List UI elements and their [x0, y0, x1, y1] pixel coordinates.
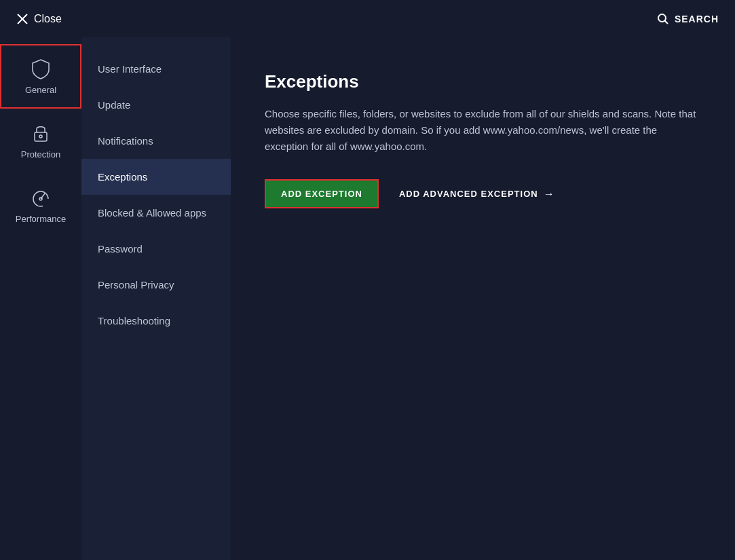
lock-icon — [30, 122, 52, 144]
secondary-nav: User Interface Update Notifications Exce… — [81, 37, 231, 560]
close-button[interactable]: Close — [16, 13, 62, 25]
close-icon — [16, 13, 29, 25]
search-button[interactable]: SEARCH — [657, 13, 719, 25]
arrow-icon: → — [544, 188, 555, 200]
sidebar-protection-label: Protection — [21, 149, 61, 160]
speedometer-icon — [30, 187, 52, 208]
nav-password[interactable]: Password — [81, 231, 231, 267]
svg-point-2 — [658, 14, 666, 22]
actions-row: ADD EXCEPTION ADD ADVANCED EXCEPTION → — [265, 179, 701, 208]
nav-personal-privacy[interactable]: Personal Privacy — [81, 267, 231, 303]
search-icon — [657, 13, 669, 25]
nav-user-interface[interactable]: User Interface — [81, 51, 231, 87]
svg-line-3 — [664, 20, 668, 24]
close-label: Close — [34, 13, 62, 25]
nav-update[interactable]: Update — [81, 87, 231, 123]
content-description: Choose specific files, folders, or websi… — [265, 106, 701, 155]
sidebar-item-general[interactable]: General — [0, 44, 81, 109]
svg-point-5 — [39, 135, 42, 138]
sidebar-item-protection[interactable]: Protection — [0, 109, 81, 173]
add-exception-button[interactable]: ADD EXCEPTION — [265, 179, 379, 208]
top-bar: Close SEARCH — [0, 0, 735, 37]
icon-sidebar: General Protection Performance — [0, 37, 81, 560]
nav-troubleshooting[interactable]: Troubleshooting — [81, 303, 231, 339]
add-advanced-exception-button[interactable]: ADD ADVANCED EXCEPTION → — [399, 188, 555, 200]
nav-blocked-allowed[interactable]: Blocked & Allowed apps — [81, 195, 231, 231]
page-title: Exceptions — [265, 71, 701, 92]
main-layout: General Protection Performance User Inte… — [0, 37, 735, 560]
sidebar-item-performance[interactable]: Performance — [0, 173, 81, 238]
nav-exceptions[interactable]: Exceptions — [81, 159, 231, 195]
shield-icon — [30, 58, 52, 79]
sidebar-general-label: General — [25, 85, 56, 95]
svg-rect-4 — [35, 132, 47, 141]
nav-notifications[interactable]: Notifications — [81, 123, 231, 159]
sidebar-performance-label: Performance — [16, 214, 66, 224]
search-label: SEARCH — [675, 14, 719, 24]
main-content: Exceptions Choose specific files, folder… — [231, 37, 735, 560]
